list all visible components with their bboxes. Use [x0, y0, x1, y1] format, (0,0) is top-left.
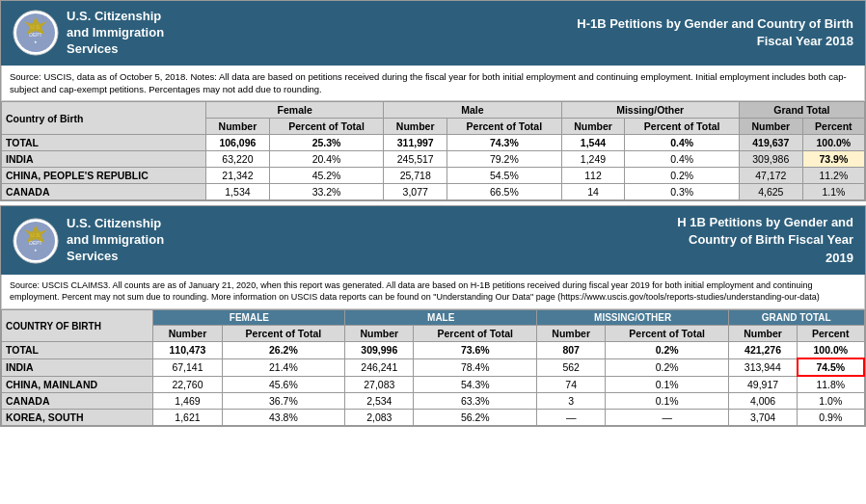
female-num-cell: 63,220: [206, 151, 270, 168]
female-pct-header-2018: Percent of Total: [269, 119, 383, 135]
missing-num-cell-2019: 807: [537, 342, 606, 359]
country-cell: CANADA: [2, 184, 206, 200]
missing-num-cell: 1,544: [561, 135, 625, 151]
table-2019: Country of Birth FEMALE MALE MISSING/OTH…: [1, 309, 865, 426]
male-pct-cell-2019: 54.3%: [414, 376, 537, 393]
section-header-row-2019: Country of Birth FEMALE MALE MISSING/OTH…: [2, 310, 865, 326]
country-header-2019: Country of Birth: [2, 310, 153, 342]
female-num-cell-2019: 1,469: [153, 393, 222, 410]
uscis-seal-2019: U.S. DEPT ★: [13, 218, 59, 264]
male-pct-header-2019: Percent of Total: [414, 326, 537, 342]
female-num-cell: 106,096: [206, 135, 270, 151]
source-note-2019: Source: USCIS CLAIMS3. All counts are as…: [1, 275, 865, 309]
table-row: TOTAL 106,096 25.3% 311,997 74.3% 1,544 …: [2, 135, 865, 151]
male-num-cell-2019: 2,083: [345, 410, 414, 426]
table-row: CANADA 1,469 36.7% 2,534 63.3% 3 0.1% 4,…: [2, 393, 865, 410]
missing-pct-header-2018: Percent of Total: [625, 119, 739, 135]
gt-pct-cell: 100.0%: [802, 135, 864, 151]
table-row: CHINA, PEOPLE'S REPUBLIC 21,342 45.2% 25…: [2, 168, 865, 184]
gt-pct-cell-2019: 100.0%: [798, 342, 864, 359]
male-num-cell: 245,517: [384, 151, 447, 168]
missing-number-header-2018: Number: [561, 119, 625, 135]
missing-num-cell-2019: 3: [537, 393, 606, 410]
country-cell-2019: KOREA, SOUTH: [2, 410, 153, 426]
missing-pct-cell: 0.2%: [625, 168, 739, 184]
missing-num-cell-2019: 74: [537, 376, 606, 393]
gt-pct-cell: 1.1%: [802, 184, 864, 200]
female-num-cell: 1,534: [206, 184, 270, 200]
male-num-cell: 311,997: [384, 135, 447, 151]
missing-num-cell: 14: [561, 184, 625, 200]
gt-num-cell: 419,637: [739, 135, 802, 151]
header-2018: U.S. DEPT ★ U.S. Citizenship and Immigra…: [1, 1, 865, 66]
gt-pct-cell-2019: 74.5%: [798, 358, 864, 376]
missing-pct-header-2019: Percent of Total: [606, 326, 729, 342]
female-pct-header-2019: Percent of Total: [222, 326, 345, 342]
gt-number-header-2019: Number: [729, 326, 798, 342]
table-row: CHINA, MAINLAND 22,760 45.6% 27,083 54.3…: [2, 376, 865, 393]
female-header-2019: FEMALE: [153, 310, 345, 326]
country-cell: INDIA: [2, 151, 206, 168]
agency-name-2019: U.S. Citizenship and Immigration Service…: [67, 216, 164, 265]
country-cell-2019: TOTAL: [2, 342, 153, 359]
report-title-2018: H-1B Petitions by Gender and Country of …: [205, 15, 853, 50]
logo-area-2019: U.S. DEPT ★ U.S. Citizenship and Immigra…: [13, 216, 205, 265]
gt-pct-header-2019: Percent: [798, 326, 864, 342]
missing-pct-cell-2019: —: [606, 410, 729, 426]
grandtotal-header-2019: GRAND TOTAL: [729, 310, 864, 326]
gt-pct-cell: 73.9%: [802, 151, 864, 168]
female-num-cell: 21,342: [206, 168, 270, 184]
male-pct-cell: 74.3%: [447, 135, 561, 151]
female-pct-cell-2019: 43.8%: [222, 410, 345, 426]
female-pct-cell: 45.2%: [269, 168, 383, 184]
male-num-cell: 3,077: [384, 184, 447, 200]
male-pct-cell-2019: 78.4%: [414, 358, 537, 376]
missing-num-cell: 1,249: [561, 151, 625, 168]
male-pct-cell-2019: 73.6%: [414, 342, 537, 359]
country-cell-2019: CANADA: [2, 393, 153, 410]
gt-pct-cell: 11.2%: [802, 168, 864, 184]
gt-num-cell-2019: 3,704: [729, 410, 798, 426]
male-number-header-2018: Number: [384, 119, 447, 135]
uscis-seal-2018: U.S. DEPT ★: [13, 10, 59, 56]
section-header-row-2018: Country of Birth Female Male Missing/Oth…: [2, 102, 865, 119]
male-pct-cell-2019: 56.2%: [414, 410, 537, 426]
missing-pct-cell: 0.4%: [625, 135, 739, 151]
male-num-cell-2019: 2,534: [345, 393, 414, 410]
table-body-2019: TOTAL 110,473 26.2% 309,996 73.6% 807 0.…: [2, 342, 865, 426]
logo-area-2018: U.S. DEPT ★ U.S. Citizenship and Immigra…: [13, 9, 205, 58]
gt-number-header-2018: Number: [739, 119, 802, 135]
female-number-header-2019: Number: [153, 326, 222, 342]
missing-pct-cell-2019: 0.1%: [606, 376, 729, 393]
male-num-cell-2019: 246,241: [345, 358, 414, 376]
missing-pct-cell-2019: 0.1%: [606, 393, 729, 410]
gt-num-cell-2019: 421,276: [729, 342, 798, 359]
gt-num-cell: 4,625: [739, 184, 802, 200]
gt-num-cell-2019: 49,917: [729, 376, 798, 393]
female-pct-cell-2019: 21.4%: [222, 358, 345, 376]
missing-pct-cell: 0.3%: [625, 184, 739, 200]
gt-pct-cell-2019: 0.9%: [798, 410, 864, 426]
missing-number-header-2019: Number: [537, 326, 606, 342]
male-num-cell: 25,718: [384, 168, 447, 184]
gt-num-cell: 47,172: [739, 168, 802, 184]
missing-pct-cell-2019: 0.2%: [606, 358, 729, 376]
country-header-2018: Country of Birth: [2, 102, 206, 135]
gt-pct-cell-2019: 1.0%: [798, 393, 864, 410]
male-pct-cell-2019: 63.3%: [414, 393, 537, 410]
header-2019: U.S. DEPT ★ U.S. Citizenship and Immigra…: [1, 206, 865, 275]
female-num-cell-2019: 110,473: [153, 342, 222, 359]
missing-num-cell-2019: 562: [537, 358, 606, 376]
report-title-2019: H 1B Petitions by Gender and Country of …: [205, 214, 853, 267]
female-pct-cell: 20.4%: [269, 151, 383, 168]
country-cell: CHINA, PEOPLE'S REPUBLIC: [2, 168, 206, 184]
gt-pct-header-2018: Percent: [802, 119, 864, 135]
male-number-header-2019: Number: [345, 326, 414, 342]
gt-pct-cell-2019: 11.8%: [798, 376, 864, 393]
male-pct-cell: 66.5%: [447, 184, 561, 200]
female-pct-cell-2019: 26.2%: [222, 342, 345, 359]
missing-header-2019: MISSING/OTHER: [537, 310, 729, 326]
table-row: INDIA 63,220 20.4% 245,517 79.2% 1,249 0…: [2, 151, 865, 168]
male-header-2018: Male: [384, 102, 561, 119]
agency-name-2018: U.S. Citizenship and Immigration Service…: [67, 9, 164, 58]
